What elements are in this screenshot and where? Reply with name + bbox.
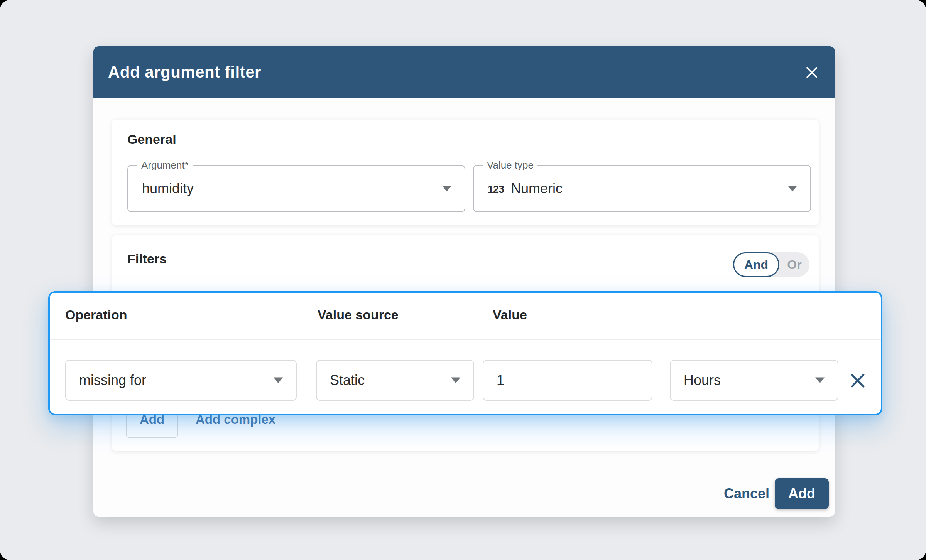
value-source-column-header: Value source <box>318 307 399 322</box>
unit-value: Hours <box>684 372 721 388</box>
dialog-header: Add argument filter <box>93 46 835 98</box>
chevron-down-icon <box>788 186 797 192</box>
close-button[interactable] <box>803 63 821 82</box>
value-source-select[interactable]: Static <box>316 360 474 401</box>
cancel-button[interactable]: Cancel <box>718 478 775 509</box>
argument-label: Argument* <box>137 159 193 171</box>
filters-heading: Filters <box>127 251 167 267</box>
unit-select[interactable]: Hours <box>670 360 838 401</box>
chevron-down-icon <box>451 378 460 383</box>
remove-icon <box>848 371 868 391</box>
general-section: General Argument* humidity Value type 12… <box>112 120 819 225</box>
chevron-down-icon <box>442 186 451 192</box>
dialog-title: Add argument filter <box>108 63 261 81</box>
close-icon <box>803 64 820 81</box>
numeric-123-icon: 123 <box>488 184 504 196</box>
value-type-label: Value type <box>483 159 537 171</box>
value-column-header: Value <box>493 307 527 322</box>
operation-column-header: Operation <box>65 307 127 322</box>
filter-row-panel: Operation Value source Value missing for… <box>48 291 882 415</box>
operation-value: missing for <box>79 372 146 388</box>
remove-filter-button[interactable] <box>846 369 869 392</box>
value-input[interactable] <box>483 360 652 401</box>
value-type-value: Numeric <box>511 180 563 197</box>
value-source-value: Static <box>330 372 365 388</box>
page-background: Add argument filter General Argument* hu… <box>0 0 926 560</box>
general-heading: General <box>127 132 176 147</box>
argument-value: humidity <box>142 180 194 197</box>
argument-select[interactable]: Argument* humidity <box>127 165 465 212</box>
add-argument-filter-dialog: Add argument filter General Argument* hu… <box>93 46 835 517</box>
logic-toggle: And Or <box>733 252 809 277</box>
operation-select[interactable]: missing for <box>65 360 297 401</box>
add-button[interactable]: Add <box>775 478 829 509</box>
chevron-down-icon <box>274 378 283 383</box>
panel-divider <box>50 339 881 340</box>
or-toggle-button[interactable]: Or <box>779 258 809 272</box>
value-type-select[interactable]: Value type 123 Numeric <box>473 165 811 212</box>
and-toggle-button[interactable]: And <box>733 252 779 277</box>
chevron-down-icon <box>815 378 825 383</box>
